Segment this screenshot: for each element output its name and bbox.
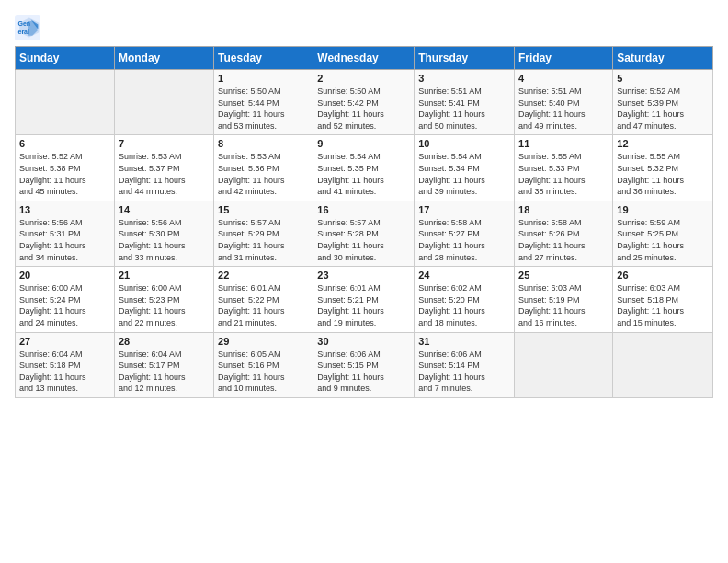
main-container: Gen eral SundayMondayTuesdayWednesdayThu… <box>0 0 728 406</box>
day-number: 2 <box>317 73 410 84</box>
day-number: 8 <box>218 138 309 149</box>
calendar-cell: 14Sunrise: 5:56 AM Sunset: 5:30 PM Dayli… <box>114 201 213 266</box>
day-number: 12 <box>617 138 709 149</box>
calendar-cell: 8Sunrise: 5:53 AM Sunset: 5:36 PM Daylig… <box>214 135 313 201</box>
cell-info: Sunrise: 6:04 AM Sunset: 5:17 PM Dayligh… <box>119 349 210 395</box>
calendar-cell <box>515 332 613 397</box>
calendar-cell: 30Sunrise: 6:06 AM Sunset: 5:15 PM Dayli… <box>313 332 415 397</box>
calendar-header: SundayMondayTuesdayWednesdayThursdayFrid… <box>16 47 713 70</box>
cell-info: Sunrise: 6:01 AM Sunset: 5:21 PM Dayligh… <box>317 282 410 328</box>
day-number: 29 <box>218 336 309 347</box>
calendar-cell: 23Sunrise: 6:01 AM Sunset: 5:21 PM Dayli… <box>313 267 415 332</box>
day-number: 14 <box>119 204 210 215</box>
calendar-cell: 22Sunrise: 6:01 AM Sunset: 5:22 PM Dayli… <box>214 267 313 332</box>
cell-info: Sunrise: 6:02 AM Sunset: 5:20 PM Dayligh… <box>418 282 510 328</box>
calendar-cell: 25Sunrise: 6:03 AM Sunset: 5:19 PM Dayli… <box>515 267 613 332</box>
cell-info: Sunrise: 6:00 AM Sunset: 5:24 PM Dayligh… <box>19 282 110 328</box>
cell-info: Sunrise: 6:06 AM Sunset: 5:14 PM Dayligh… <box>418 349 510 395</box>
calendar-cell: 2Sunrise: 5:50 AM Sunset: 5:42 PM Daylig… <box>313 70 415 135</box>
day-number: 10 <box>418 138 510 149</box>
cell-info: Sunrise: 6:00 AM Sunset: 5:23 PM Dayligh… <box>119 282 210 328</box>
day-number: 6 <box>19 138 110 149</box>
calendar-cell: 28Sunrise: 6:04 AM Sunset: 5:17 PM Dayli… <box>114 332 213 397</box>
day-number: 15 <box>218 204 309 215</box>
calendar-cell: 29Sunrise: 6:05 AM Sunset: 5:16 PM Dayli… <box>214 332 313 397</box>
cell-info: Sunrise: 6:05 AM Sunset: 5:16 PM Dayligh… <box>218 349 309 395</box>
cell-info: Sunrise: 5:58 AM Sunset: 5:26 PM Dayligh… <box>518 217 609 263</box>
calendar-cell: 9Sunrise: 5:54 AM Sunset: 5:35 PM Daylig… <box>313 135 415 201</box>
weekday-header: Saturday <box>613 47 713 70</box>
cell-info: Sunrise: 5:51 AM Sunset: 5:41 PM Dayligh… <box>418 86 510 132</box>
calendar-table: SundayMondayTuesdayWednesdayThursdayFrid… <box>15 46 713 398</box>
cell-info: Sunrise: 5:52 AM Sunset: 5:39 PM Dayligh… <box>617 86 709 132</box>
calendar-week-row: 6Sunrise: 5:52 AM Sunset: 5:38 PM Daylig… <box>16 135 713 201</box>
day-number: 9 <box>317 138 410 149</box>
day-number: 19 <box>617 204 709 215</box>
calendar-cell: 27Sunrise: 6:04 AM Sunset: 5:18 PM Dayli… <box>16 332 115 397</box>
day-number: 25 <box>518 270 609 281</box>
day-number: 20 <box>19 270 110 281</box>
calendar-cell: 4Sunrise: 5:51 AM Sunset: 5:40 PM Daylig… <box>515 70 613 135</box>
calendar-cell <box>114 70 213 135</box>
calendar-cell: 17Sunrise: 5:58 AM Sunset: 5:27 PM Dayli… <box>415 201 515 266</box>
cell-info: Sunrise: 5:52 AM Sunset: 5:38 PM Dayligh… <box>19 151 110 197</box>
day-number: 3 <box>418 73 510 84</box>
calendar-cell <box>16 70 115 135</box>
cell-info: Sunrise: 5:50 AM Sunset: 5:44 PM Dayligh… <box>218 86 309 132</box>
calendar-cell: 15Sunrise: 5:57 AM Sunset: 5:29 PM Dayli… <box>214 201 313 266</box>
cell-info: Sunrise: 5:57 AM Sunset: 5:28 PM Dayligh… <box>317 217 410 263</box>
cell-info: Sunrise: 6:04 AM Sunset: 5:18 PM Dayligh… <box>19 349 110 395</box>
cell-info: Sunrise: 5:55 AM Sunset: 5:32 PM Dayligh… <box>617 151 709 197</box>
day-number: 1 <box>218 73 309 84</box>
cell-info: Sunrise: 6:03 AM Sunset: 5:19 PM Dayligh… <box>518 282 609 328</box>
calendar-cell: 3Sunrise: 5:51 AM Sunset: 5:41 PM Daylig… <box>415 70 515 135</box>
calendar-cell: 10Sunrise: 5:54 AM Sunset: 5:34 PM Dayli… <box>415 135 515 201</box>
day-number: 27 <box>19 336 110 347</box>
cell-info: Sunrise: 6:06 AM Sunset: 5:15 PM Dayligh… <box>317 349 410 395</box>
weekday-header: Tuesday <box>214 47 313 70</box>
day-number: 28 <box>119 336 210 347</box>
day-number: 13 <box>19 204 110 215</box>
cell-info: Sunrise: 5:58 AM Sunset: 5:27 PM Dayligh… <box>418 217 510 263</box>
cell-info: Sunrise: 5:50 AM Sunset: 5:42 PM Dayligh… <box>317 86 410 132</box>
day-number: 7 <box>119 138 210 149</box>
header: Gen eral <box>15 11 713 40</box>
calendar-week-row: 27Sunrise: 6:04 AM Sunset: 5:18 PM Dayli… <box>16 332 713 397</box>
day-number: 5 <box>617 73 709 84</box>
calendar-cell: 12Sunrise: 5:55 AM Sunset: 5:32 PM Dayli… <box>613 135 713 201</box>
day-number: 4 <box>518 73 609 84</box>
calendar-cell: 16Sunrise: 5:57 AM Sunset: 5:28 PM Dayli… <box>313 201 415 266</box>
day-number: 31 <box>418 336 510 347</box>
cell-info: Sunrise: 5:54 AM Sunset: 5:35 PM Dayligh… <box>317 151 410 197</box>
calendar-cell: 24Sunrise: 6:02 AM Sunset: 5:20 PM Dayli… <box>415 267 515 332</box>
calendar-cell: 31Sunrise: 6:06 AM Sunset: 5:14 PM Dayli… <box>415 332 515 397</box>
calendar-cell: 6Sunrise: 5:52 AM Sunset: 5:38 PM Daylig… <box>16 135 115 201</box>
calendar-cell: 1Sunrise: 5:50 AM Sunset: 5:44 PM Daylig… <box>214 70 313 135</box>
logo: Gen eral <box>15 15 44 40</box>
cell-info: Sunrise: 5:57 AM Sunset: 5:29 PM Dayligh… <box>218 217 309 263</box>
day-number: 22 <box>218 270 309 281</box>
weekday-header: Wednesday <box>313 47 415 70</box>
day-number: 23 <box>317 270 410 281</box>
cell-info: Sunrise: 6:03 AM Sunset: 5:18 PM Dayligh… <box>617 282 709 328</box>
weekday-header: Thursday <box>415 47 515 70</box>
cell-info: Sunrise: 5:54 AM Sunset: 5:34 PM Dayligh… <box>418 151 510 197</box>
calendar-cell: 18Sunrise: 5:58 AM Sunset: 5:26 PM Dayli… <box>515 201 613 266</box>
calendar-cell: 13Sunrise: 5:56 AM Sunset: 5:31 PM Dayli… <box>16 201 115 266</box>
calendar-week-row: 13Sunrise: 5:56 AM Sunset: 5:31 PM Dayli… <box>16 201 713 266</box>
calendar-cell: 19Sunrise: 5:59 AM Sunset: 5:25 PM Dayli… <box>613 201 713 266</box>
day-number: 24 <box>418 270 510 281</box>
day-number: 17 <box>418 204 510 215</box>
calendar-week-row: 1Sunrise: 5:50 AM Sunset: 5:44 PM Daylig… <box>16 70 713 135</box>
calendar-cell: 5Sunrise: 5:52 AM Sunset: 5:39 PM Daylig… <box>613 70 713 135</box>
calendar-cell: 7Sunrise: 5:53 AM Sunset: 5:37 PM Daylig… <box>114 135 213 201</box>
cell-info: Sunrise: 6:01 AM Sunset: 5:22 PM Dayligh… <box>218 282 309 328</box>
calendar-cell: 26Sunrise: 6:03 AM Sunset: 5:18 PM Dayli… <box>613 267 713 332</box>
weekday-header: Friday <box>515 47 613 70</box>
cell-info: Sunrise: 5:56 AM Sunset: 5:31 PM Dayligh… <box>19 217 110 263</box>
cell-info: Sunrise: 5:59 AM Sunset: 5:25 PM Dayligh… <box>617 217 709 263</box>
weekday-header: Monday <box>114 47 213 70</box>
calendar-cell: 21Sunrise: 6:00 AM Sunset: 5:23 PM Dayli… <box>114 267 213 332</box>
calendar-week-row: 20Sunrise: 6:00 AM Sunset: 5:24 PM Dayli… <box>16 267 713 332</box>
day-number: 18 <box>518 204 609 215</box>
